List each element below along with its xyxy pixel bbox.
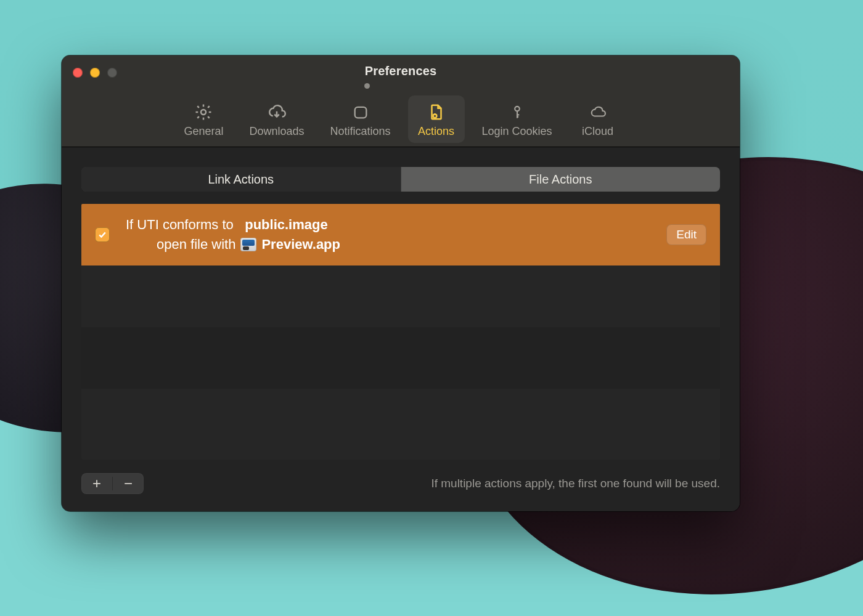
tab-general[interactable]: General [175, 95, 232, 143]
tab-label: Login Cookies [482, 125, 552, 138]
tab-label: iCloud [582, 125, 613, 138]
rule-action: open file with Preview.app [126, 237, 340, 253]
tab-label: General [184, 125, 223, 138]
cloud-download-icon [266, 102, 287, 123]
rules-list: If UTI conforms to public.image open fil… [81, 204, 720, 460]
tab-login-cookies[interactable]: Login Cookies [473, 95, 561, 143]
rule-row-empty [81, 327, 720, 389]
edit-label: Edit [676, 228, 697, 241]
rule-action-prefix: open file with [157, 237, 235, 253]
rule-row[interactable]: If UTI conforms to public.image open fil… [81, 204, 720, 265]
svg-rect-1 [354, 107, 366, 118]
plus-icon: + [92, 476, 101, 491]
actions-segment: Link Actions File Actions [81, 167, 720, 192]
remove-rule-button[interactable]: − [113, 473, 144, 494]
preferences-toolbar: General Downloads Notifications Act [62, 86, 740, 147]
footer-hint: If multiple actions apply, the first one… [431, 477, 720, 490]
edit-rule-button[interactable]: Edit [666, 224, 706, 245]
rule-row-empty [81, 265, 720, 327]
minus-icon: − [124, 476, 133, 491]
window-title: Preferences [62, 64, 740, 78]
document-gear-icon [426, 102, 447, 123]
segment-label: File Actions [529, 172, 592, 187]
rules-footer: + − If multiple actions apply, the first… [81, 460, 720, 499]
rule-action-app: Preview.app [261, 237, 340, 253]
key-icon [507, 102, 528, 123]
tab-label: Downloads [249, 125, 304, 138]
tab-label: Actions [418, 125, 454, 138]
notification-icon [350, 102, 371, 123]
svg-point-3 [515, 107, 520, 111]
cloud-icon [587, 102, 608, 123]
rule-row-empty [81, 389, 720, 450]
add-rule-button[interactable]: + [81, 473, 112, 494]
tab-actions[interactable]: Actions [408, 95, 465, 143]
rule-condition-value: public.image [245, 217, 327, 232]
tab-notifications[interactable]: Notifications [321, 95, 399, 143]
rule-checkbox[interactable] [95, 227, 110, 242]
tab-label: Notifications [330, 125, 390, 138]
preview-app-icon [240, 238, 256, 251]
notification-dot-icon [364, 83, 370, 89]
tab-icloud[interactable]: iCloud [570, 95, 626, 143]
rule-condition: If UTI conforms to public.image [126, 217, 340, 233]
segment-file-actions[interactable]: File Actions [401, 167, 721, 192]
segment-link-actions[interactable]: Link Actions [81, 167, 401, 192]
titlebar: Preferences General Downloads Notifi [62, 55, 740, 147]
rule-text: If UTI conforms to public.image open fil… [126, 217, 340, 253]
gear-icon [193, 102, 214, 123]
svg-point-0 [201, 110, 206, 115]
preferences-body: Link Actions File Actions If UTI conform… [62, 147, 740, 511]
tab-downloads[interactable]: Downloads [240, 95, 313, 143]
preferences-window: Preferences General Downloads Notifi [62, 55, 740, 511]
add-remove-group: + − [81, 473, 144, 494]
rule-condition-prefix: If UTI conforms to [126, 217, 234, 232]
segment-label: Link Actions [208, 172, 274, 187]
